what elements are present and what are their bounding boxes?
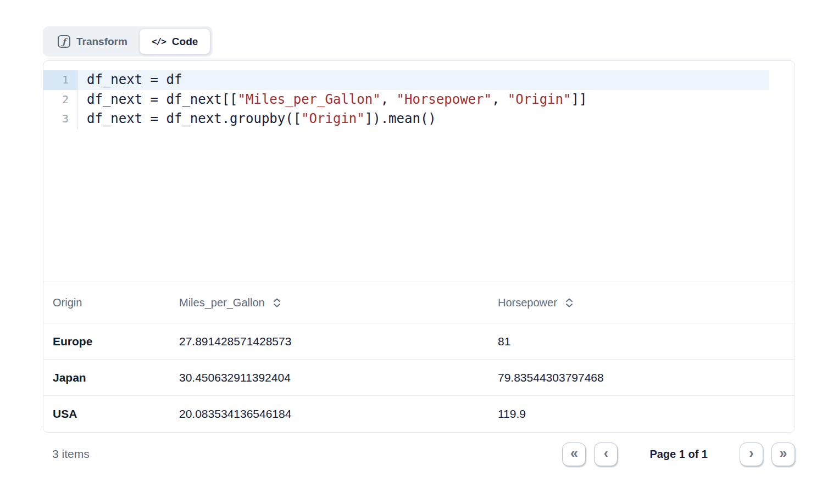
code-token: , <box>492 92 508 107</box>
string-token: "Miles_per_Gallon" <box>238 92 381 107</box>
code-line-content: df_next = df_next.groupby(["Origin"]).me… <box>77 109 769 129</box>
code-token: df_next = df_next[[ <box>87 92 238 107</box>
function-icon: ƒ <box>58 35 70 48</box>
column-header-origin: Origin <box>43 282 170 323</box>
next-page-button[interactable]: › <box>740 443 763 466</box>
previous-page-button[interactable]: ‹ <box>594 443 618 466</box>
tab-transform[interactable]: ƒ Transform <box>46 29 140 54</box>
sort-control[interactable]: Miles_per_Gallon <box>179 296 281 309</box>
cell-miles-per-gallon: 27.891428571428573 <box>170 323 488 360</box>
sort-icon[interactable] <box>273 298 281 308</box>
cell-horsepower: 81 <box>488 323 795 360</box>
last-page-button[interactable]: » <box>771 443 795 466</box>
view-mode-tabbar: ƒ Transform </> Code <box>43 26 213 57</box>
code-editor[interactable]: 1 df_next = df 2 df_next = df_next[["Mil… <box>43 61 795 282</box>
tab-code-label: Code <box>172 36 198 48</box>
code-token: df_next = df_next.groupby([ <box>87 111 301 126</box>
chevrons-right-icon: » <box>780 446 787 460</box>
cell-origin: Japan <box>43 360 170 396</box>
code-token: df_next = df <box>87 72 182 87</box>
panel: 1 df_next = df 2 df_next = df_next[["Mil… <box>43 60 795 433</box>
string-token: "Origin" <box>508 92 571 107</box>
sort-control[interactable]: Horsepower <box>498 296 574 309</box>
column-header-horsepower: Horsepower <box>488 282 795 323</box>
cell-origin: Europe <box>43 323 170 360</box>
page-indicator: Page 1 of 1 <box>649 448 708 461</box>
table-header-row: Origin Miles_per_Gallon <box>43 282 795 323</box>
sort-icon[interactable] <box>565 298 574 308</box>
column-header-miles-per-gallon: Miles_per_Gallon <box>170 282 488 323</box>
line-number: 1 <box>43 70 77 90</box>
table-row: USA 20.083534136546184 119.9 <box>43 396 795 432</box>
tab-code[interactable]: </> Code <box>140 29 210 54</box>
result-table: Origin Miles_per_Gallon <box>43 282 795 432</box>
chevron-right-icon: › <box>749 446 753 460</box>
table-row: Europe 27.891428571428573 81 <box>43 323 795 360</box>
table-row: Japan 30.450632911392404 79.835443037974… <box>43 360 795 396</box>
line-number: 3 <box>43 109 77 129</box>
line-number: 2 <box>43 90 77 110</box>
cell-horsepower: 119.9 <box>488 396 795 432</box>
code-line[interactable]: 2 df_next = df_next[["Miles_per_Gallon",… <box>43 90 795 110</box>
chevrons-left-icon: « <box>570 446 578 460</box>
code-icon: </> <box>152 36 166 47</box>
page: ƒ Transform </> Code 1 df_next = df 2 df… <box>0 0 833 466</box>
items-count: 3 items <box>43 447 90 461</box>
code-token: ]] <box>571 92 587 107</box>
code-token: , <box>381 92 397 107</box>
pagination-controls: « ‹ Page 1 of 1 › » <box>562 443 795 466</box>
first-page-button[interactable]: « <box>562 443 586 466</box>
code-token: ]).mean() <box>365 111 436 126</box>
code-line-content: df_next = df_next[["Miles_per_Gallon", "… <box>77 90 769 110</box>
chevron-left-icon: ‹ <box>604 446 608 460</box>
cell-miles-per-gallon: 20.083534136546184 <box>170 396 488 432</box>
code-line[interactable]: 3 df_next = df_next.groupby(["Origin"]).… <box>43 109 795 129</box>
code-line[interactable]: 1 df_next = df <box>43 70 795 90</box>
cell-origin: USA <box>43 396 170 432</box>
code-line-content: df_next = df <box>77 70 769 90</box>
pagination-bar: 3 items « ‹ Page 1 of 1 › » <box>43 443 795 466</box>
cell-miles-per-gallon: 30.450632911392404 <box>170 360 488 396</box>
string-token: "Origin" <box>301 111 365 126</box>
string-token: "Horsepower" <box>397 92 492 107</box>
tab-transform-label: Transform <box>76 36 127 48</box>
cell-horsepower: 79.83544303797468 <box>488 360 795 396</box>
